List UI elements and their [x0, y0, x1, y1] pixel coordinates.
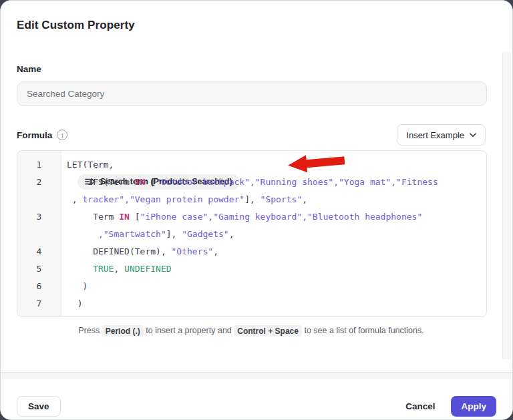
line-number: 5	[17, 260, 61, 278]
line-number: 2	[17, 174, 61, 191]
code-line: tracker","Vegan protein powder"], "Sport…	[67, 191, 486, 208]
footer-divider	[1, 373, 512, 379]
name-input[interactable]	[17, 81, 487, 106]
hint-text: Press	[78, 326, 102, 335]
line-number: 3	[17, 208, 61, 226]
line-number: 7	[17, 295, 61, 312]
hint-text: to insert a property and	[144, 326, 234, 335]
code-line: DEFINED(Term), "Others",	[67, 243, 486, 260]
formula-editor[interactable]: 1234567 LET(Term, Search term (Products …	[17, 150, 487, 317]
insert-example-button[interactable]: Insert Example	[397, 124, 486, 146]
line-number: 1	[17, 156, 61, 174]
edit-custom-property-dialog: Edit Custom Property Name Formula i Inse…	[0, 0, 513, 420]
code-line: Term IN ["iPhone case","Gaming keyboard"…	[67, 208, 486, 226]
code-line: LET(Term, Search term (Products Searched…	[67, 156, 486, 174]
formula-label: Formula	[17, 130, 52, 140]
dialog-footer: Save Cancel Apply	[1, 379, 512, 420]
line-number	[17, 191, 61, 208]
name-label: Name	[17, 64, 486, 74]
scrollbar[interactable]	[502, 51, 511, 359]
formula-code-area[interactable]: LET(Term, Search term (Products Searched…	[61, 151, 486, 317]
code-line: IFS(Term IN ["Outdoor backpack","Running…	[67, 174, 486, 191]
line-number-gutter: 1234567	[17, 151, 61, 317]
code-line: )	[67, 278, 486, 295]
dialog-header: Edit Custom Property	[1, 1, 512, 51]
kbd-shortcut: Period (.)	[102, 325, 144, 337]
page-title: Edit Custom Property	[17, 19, 496, 32]
kbd-shortcut: Control + Space	[234, 325, 302, 337]
code-line: ,"Smartwatch"], "Gadgets",	[67, 226, 486, 243]
chevron-down-icon	[470, 133, 476, 138]
line-number: 6	[17, 278, 61, 295]
cancel-button[interactable]: Cancel	[405, 401, 435, 411]
dialog-body: Name Formula i Insert Example 1234567	[1, 64, 512, 373]
insert-example-label: Insert Example	[406, 130, 464, 140]
info-icon[interactable]: i	[57, 130, 67, 140]
hint-text: to see a list of formula functions.	[302, 326, 424, 335]
formula-header-row: Formula i Insert Example	[17, 124, 486, 146]
apply-button[interactable]: Apply	[451, 396, 496, 417]
line-number	[17, 226, 61, 243]
formula-hint: Press Period (.) to insert a property an…	[17, 326, 486, 335]
code-line: )	[67, 295, 486, 312]
line-number: 4	[17, 243, 61, 260]
code-line: TRUE, UNDEFINED	[67, 260, 486, 278]
save-button[interactable]: Save	[17, 396, 61, 417]
